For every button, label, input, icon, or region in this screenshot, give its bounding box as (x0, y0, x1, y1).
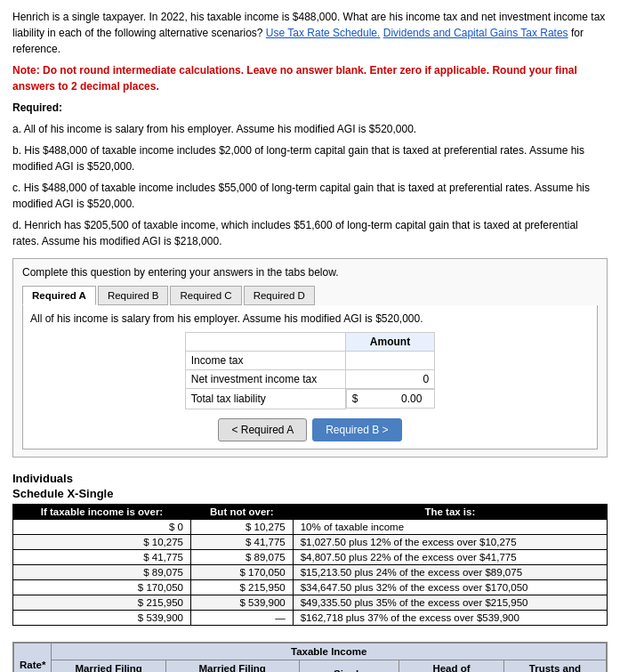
prev-button[interactable]: < Required A (218, 418, 307, 441)
intro-section: Henrich is a single taxpayer. In 2022, h… (12, 9, 608, 116)
total-tax-input[interactable] (359, 393, 422, 405)
schedule-not-over: $ 170,050 (191, 564, 294, 579)
schedule-tax: $1,027.50 plus 12% of the excess over $1… (293, 534, 607, 549)
schedule-over: $ 0 (13, 519, 191, 534)
schedule-tax: $4,807.50 plus 22% of the excess over $4… (293, 549, 607, 564)
schedule-over: $ 41,775 (13, 549, 191, 564)
col-married-jointly: Married Filing Jointly (52, 660, 166, 672)
tab-required-d[interactable]: Required D (244, 286, 315, 305)
table-row: Net investment income tax (185, 370, 435, 389)
col-married-separately: Married Filing Separately (165, 660, 299, 672)
schedule-title-1: Individuals (12, 472, 608, 485)
table-row: Total tax liability $ (185, 389, 435, 409)
col-head-household: Head of Household (399, 660, 504, 672)
tab-required-b[interactable]: Required B (98, 286, 169, 305)
schedule-over: $ 10,275 (13, 534, 191, 549)
schedule-not-over: $ 10,275 (191, 519, 294, 534)
schedule-row: $ 539,900 — $162,718 plus 37% of the exc… (13, 610, 608, 625)
schedule-over: $ 89,075 (13, 564, 191, 579)
niit-input-cell[interactable] (345, 370, 435, 389)
niit-input[interactable] (358, 373, 429, 385)
schedule-section: Individuals Schedule X-Single If taxable… (12, 472, 608, 626)
schedule-row: $ 10,275 $ 41,775 $1,027.50 plus 12% of … (13, 534, 608, 549)
schedule-col3: The tax is: (293, 504, 607, 519)
scenarios-section: a. All of his income is salary from his … (12, 121, 608, 249)
dollar-sign: $ (352, 393, 360, 405)
income-tax-input[interactable] (358, 354, 429, 367)
schedule-tax: $49,335.50 plus 35% of the excess over $… (293, 595, 607, 610)
input-table: Amount Income tax Net investment income … (185, 332, 436, 409)
complete-box: Complete this question by entering your … (12, 258, 608, 457)
schedule-tax: $15,213.50 plus 24% of the excess over $… (293, 564, 607, 579)
total-tax-input-cell[interactable]: $ (346, 389, 435, 409)
schedule-row: $ 89,075 $ 170,050 $15,213.50 plus 24% o… (13, 564, 608, 579)
rate-header: Rate* (14, 643, 52, 672)
table-row: Income tax (185, 352, 435, 370)
taxable-income-header: Taxable Income (52, 643, 607, 660)
intro-paragraph: Henrich is a single taxpayer. In 2022, h… (12, 9, 608, 57)
tab-a-content: All of his income is salary from his emp… (22, 305, 598, 449)
tabs-row: Required A Required B Required C Require… (22, 286, 598, 305)
tab-required-c[interactable]: Required C (170, 286, 241, 305)
required-label: Required: (12, 100, 608, 116)
schedule-row: $ 0 $ 10,275 10% of taxable income (13, 519, 608, 534)
schedule-not-over: — (191, 610, 294, 625)
tab-a-description: All of his income is salary from his emp… (30, 312, 590, 325)
schedule-col2: But not over: (191, 504, 294, 519)
tax-rate-schedule-link[interactable]: Use Tax Rate Schedule. (266, 27, 381, 39)
col-single: Single (299, 660, 399, 672)
scenario-a: a. All of his income is salary from his … (12, 121, 608, 137)
schedule-over: $ 215,950 (13, 595, 191, 610)
scenario-c: c. His $488,000 of taxable income includ… (12, 180, 608, 212)
tab-required-a[interactable]: Required A (22, 286, 96, 305)
amount-header: Amount (345, 333, 435, 352)
schedule-row: $ 41,775 $ 89,075 $4,807.50 plus 22% of … (13, 549, 608, 564)
schedule-over: $ 539,900 (13, 610, 191, 625)
cap-gains-table: Rate* Taxable Income Married Filing Join… (13, 643, 607, 673)
schedule-tax: $34,647.50 plus 32% of the excess over $… (293, 579, 607, 595)
niit-label: Net investment income tax (185, 370, 345, 389)
schedule-col1: If taxable income is over: (13, 504, 191, 519)
schedule-not-over: $ 89,075 (191, 549, 294, 564)
income-tax-label: Income tax (185, 352, 345, 370)
cap-gains-section: Rate* Taxable Income Married Filing Join… (12, 642, 608, 673)
schedule-table: If taxable income is over: But not over:… (12, 504, 608, 626)
complete-text: Complete this question by entering your … (22, 266, 598, 279)
schedule-tax: 10% of taxable income (293, 519, 607, 534)
schedule-title-2: Schedule X-Single (12, 487, 608, 500)
total-tax-label: Total tax liability (185, 389, 345, 409)
col-trusts-estates: Trusts and Estates (503, 660, 606, 672)
schedule-row: $ 215,950 $ 539,900 $49,335.50 plus 35% … (13, 595, 608, 610)
schedule-not-over: $ 539,900 (191, 595, 294, 610)
next-button[interactable]: Required B > (312, 418, 401, 441)
schedule-over: $ 170,050 (13, 579, 191, 595)
nav-buttons: < Required A Required B > (30, 418, 590, 441)
schedule-row: $ 170,050 $ 215,950 $34,647.50 plus 32% … (13, 579, 608, 595)
scenario-b: b. His $488,000 of taxable income includ… (12, 142, 608, 174)
dividends-link[interactable]: Dividends and Capital Gains Tax Rates (383, 27, 568, 39)
schedule-tax: $162,718 plus 37% of the excess over $53… (293, 610, 607, 625)
schedule-not-over: $ 41,775 (191, 534, 294, 549)
income-tax-input-cell[interactable] (345, 352, 435, 370)
scenario-d: d. Henrich has $205,500 of taxable incom… (12, 217, 608, 249)
note-text: Note: Do not round intermediate calculat… (12, 62, 608, 94)
schedule-not-over: $ 215,950 (191, 579, 294, 595)
